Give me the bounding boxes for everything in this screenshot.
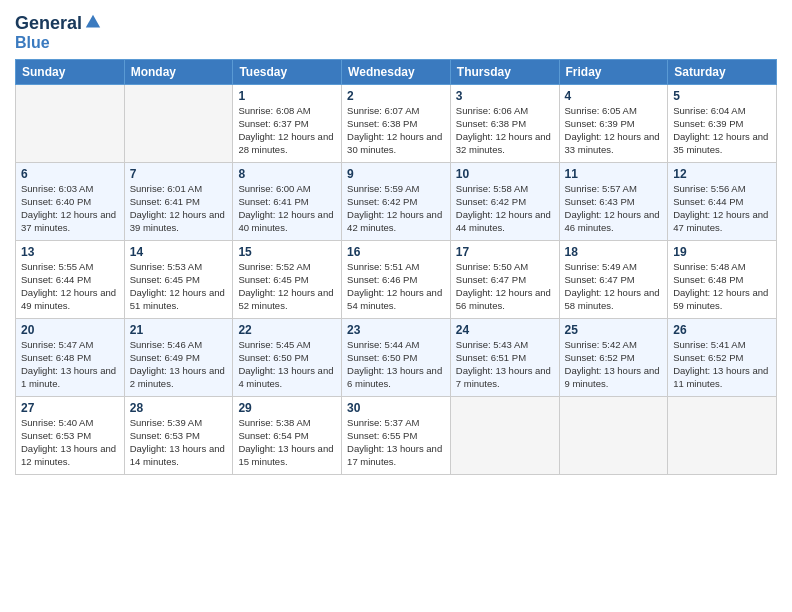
calendar-day-cell: 20Sunrise: 5:47 AM Sunset: 6:48 PM Dayli… — [16, 319, 125, 397]
day-info: Sunrise: 5:52 AM Sunset: 6:45 PM Dayligh… — [238, 261, 336, 312]
day-number: 7 — [130, 167, 228, 181]
day-info: Sunrise: 5:41 AM Sunset: 6:52 PM Dayligh… — [673, 339, 771, 390]
day-info: Sunrise: 5:53 AM Sunset: 6:45 PM Dayligh… — [130, 261, 228, 312]
calendar-day-cell: 13Sunrise: 5:55 AM Sunset: 6:44 PM Dayli… — [16, 241, 125, 319]
day-info: Sunrise: 5:48 AM Sunset: 6:48 PM Dayligh… — [673, 261, 771, 312]
calendar-week-row: 13Sunrise: 5:55 AM Sunset: 6:44 PM Dayli… — [16, 241, 777, 319]
calendar-day-cell: 19Sunrise: 5:48 AM Sunset: 6:48 PM Dayli… — [668, 241, 777, 319]
calendar-day-cell: 21Sunrise: 5:46 AM Sunset: 6:49 PM Dayli… — [124, 319, 233, 397]
day-number: 2 — [347, 89, 445, 103]
header: General Blue — [15, 10, 777, 51]
day-number: 25 — [565, 323, 663, 337]
day-number: 16 — [347, 245, 445, 259]
day-number: 5 — [673, 89, 771, 103]
calendar-day-cell: 22Sunrise: 5:45 AM Sunset: 6:50 PM Dayli… — [233, 319, 342, 397]
page: General Blue SundayMondayTuesdayWednesda… — [0, 0, 792, 612]
day-number: 1 — [238, 89, 336, 103]
day-info: Sunrise: 5:42 AM Sunset: 6:52 PM Dayligh… — [565, 339, 663, 390]
day-number: 27 — [21, 401, 119, 415]
svg-marker-0 — [86, 15, 100, 28]
calendar-day-cell: 6Sunrise: 6:03 AM Sunset: 6:40 PM Daylig… — [16, 163, 125, 241]
calendar-week-row: 20Sunrise: 5:47 AM Sunset: 6:48 PM Dayli… — [16, 319, 777, 397]
calendar-day-cell: 27Sunrise: 5:40 AM Sunset: 6:53 PM Dayli… — [16, 397, 125, 475]
calendar-header-thursday: Thursday — [450, 60, 559, 85]
calendar-header-wednesday: Wednesday — [342, 60, 451, 85]
day-number: 22 — [238, 323, 336, 337]
calendar-day-cell: 2Sunrise: 6:07 AM Sunset: 6:38 PM Daylig… — [342, 85, 451, 163]
day-number: 12 — [673, 167, 771, 181]
day-info: Sunrise: 5:43 AM Sunset: 6:51 PM Dayligh… — [456, 339, 554, 390]
calendar-day-cell: 30Sunrise: 5:37 AM Sunset: 6:55 PM Dayli… — [342, 397, 451, 475]
day-info: Sunrise: 5:44 AM Sunset: 6:50 PM Dayligh… — [347, 339, 445, 390]
calendar-day-cell: 23Sunrise: 5:44 AM Sunset: 6:50 PM Dayli… — [342, 319, 451, 397]
calendar-day-cell: 28Sunrise: 5:39 AM Sunset: 6:53 PM Dayli… — [124, 397, 233, 475]
logo-text-blue: Blue — [15, 34, 102, 52]
calendar-day-cell: 16Sunrise: 5:51 AM Sunset: 6:46 PM Dayli… — [342, 241, 451, 319]
calendar-week-row: 1Sunrise: 6:08 AM Sunset: 6:37 PM Daylig… — [16, 85, 777, 163]
day-info: Sunrise: 5:47 AM Sunset: 6:48 PM Dayligh… — [21, 339, 119, 390]
day-info: Sunrise: 5:40 AM Sunset: 6:53 PM Dayligh… — [21, 417, 119, 468]
day-number: 23 — [347, 323, 445, 337]
logo-text-general: General — [15, 14, 82, 34]
calendar-header-friday: Friday — [559, 60, 668, 85]
day-number: 24 — [456, 323, 554, 337]
calendar-header-tuesday: Tuesday — [233, 60, 342, 85]
day-number: 6 — [21, 167, 119, 181]
day-number: 13 — [21, 245, 119, 259]
day-info: Sunrise: 6:04 AM Sunset: 6:39 PM Dayligh… — [673, 105, 771, 156]
calendar-day-cell: 15Sunrise: 5:52 AM Sunset: 6:45 PM Dayli… — [233, 241, 342, 319]
day-number: 15 — [238, 245, 336, 259]
calendar-day-cell — [559, 397, 668, 475]
calendar-day-cell: 12Sunrise: 5:56 AM Sunset: 6:44 PM Dayli… — [668, 163, 777, 241]
day-number: 9 — [347, 167, 445, 181]
day-number: 21 — [130, 323, 228, 337]
calendar-day-cell: 4Sunrise: 6:05 AM Sunset: 6:39 PM Daylig… — [559, 85, 668, 163]
calendar-header-monday: Monday — [124, 60, 233, 85]
calendar-week-row: 6Sunrise: 6:03 AM Sunset: 6:40 PM Daylig… — [16, 163, 777, 241]
calendar-day-cell — [16, 85, 125, 163]
day-info: Sunrise: 6:08 AM Sunset: 6:37 PM Dayligh… — [238, 105, 336, 156]
calendar-day-cell: 24Sunrise: 5:43 AM Sunset: 6:51 PM Dayli… — [450, 319, 559, 397]
day-info: Sunrise: 5:51 AM Sunset: 6:46 PM Dayligh… — [347, 261, 445, 312]
day-number: 29 — [238, 401, 336, 415]
day-info: Sunrise: 5:46 AM Sunset: 6:49 PM Dayligh… — [130, 339, 228, 390]
day-info: Sunrise: 5:38 AM Sunset: 6:54 PM Dayligh… — [238, 417, 336, 468]
day-info: Sunrise: 5:50 AM Sunset: 6:47 PM Dayligh… — [456, 261, 554, 312]
calendar-day-cell: 11Sunrise: 5:57 AM Sunset: 6:43 PM Dayli… — [559, 163, 668, 241]
day-info: Sunrise: 6:07 AM Sunset: 6:38 PM Dayligh… — [347, 105, 445, 156]
day-number: 30 — [347, 401, 445, 415]
day-info: Sunrise: 6:05 AM Sunset: 6:39 PM Dayligh… — [565, 105, 663, 156]
calendar-day-cell: 29Sunrise: 5:38 AM Sunset: 6:54 PM Dayli… — [233, 397, 342, 475]
calendar-day-cell: 25Sunrise: 5:42 AM Sunset: 6:52 PM Dayli… — [559, 319, 668, 397]
day-number: 28 — [130, 401, 228, 415]
calendar-day-cell: 14Sunrise: 5:53 AM Sunset: 6:45 PM Dayli… — [124, 241, 233, 319]
calendar-day-cell: 18Sunrise: 5:49 AM Sunset: 6:47 PM Dayli… — [559, 241, 668, 319]
calendar-day-cell: 8Sunrise: 6:00 AM Sunset: 6:41 PM Daylig… — [233, 163, 342, 241]
day-info: Sunrise: 5:59 AM Sunset: 6:42 PM Dayligh… — [347, 183, 445, 234]
day-info: Sunrise: 5:49 AM Sunset: 6:47 PM Dayligh… — [565, 261, 663, 312]
calendar-day-cell — [124, 85, 233, 163]
day-number: 8 — [238, 167, 336, 181]
calendar-header-sunday: Sunday — [16, 60, 125, 85]
day-info: Sunrise: 5:57 AM Sunset: 6:43 PM Dayligh… — [565, 183, 663, 234]
day-number: 19 — [673, 245, 771, 259]
calendar-header-row: SundayMondayTuesdayWednesdayThursdayFrid… — [16, 60, 777, 85]
day-info: Sunrise: 5:55 AM Sunset: 6:44 PM Dayligh… — [21, 261, 119, 312]
day-info: Sunrise: 5:39 AM Sunset: 6:53 PM Dayligh… — [130, 417, 228, 468]
calendar-table: SundayMondayTuesdayWednesdayThursdayFrid… — [15, 59, 777, 475]
logo: General Blue — [15, 14, 102, 51]
calendar-week-row: 27Sunrise: 5:40 AM Sunset: 6:53 PM Dayli… — [16, 397, 777, 475]
calendar-header-saturday: Saturday — [668, 60, 777, 85]
day-info: Sunrise: 5:45 AM Sunset: 6:50 PM Dayligh… — [238, 339, 336, 390]
calendar-day-cell: 5Sunrise: 6:04 AM Sunset: 6:39 PM Daylig… — [668, 85, 777, 163]
day-info: Sunrise: 5:56 AM Sunset: 6:44 PM Dayligh… — [673, 183, 771, 234]
calendar-day-cell: 7Sunrise: 6:01 AM Sunset: 6:41 PM Daylig… — [124, 163, 233, 241]
day-info: Sunrise: 6:03 AM Sunset: 6:40 PM Dayligh… — [21, 183, 119, 234]
calendar-day-cell — [450, 397, 559, 475]
calendar-day-cell: 10Sunrise: 5:58 AM Sunset: 6:42 PM Dayli… — [450, 163, 559, 241]
day-number: 10 — [456, 167, 554, 181]
day-number: 18 — [565, 245, 663, 259]
logo-icon — [84, 13, 102, 31]
calendar-day-cell: 3Sunrise: 6:06 AM Sunset: 6:38 PM Daylig… — [450, 85, 559, 163]
day-info: Sunrise: 6:00 AM Sunset: 6:41 PM Dayligh… — [238, 183, 336, 234]
